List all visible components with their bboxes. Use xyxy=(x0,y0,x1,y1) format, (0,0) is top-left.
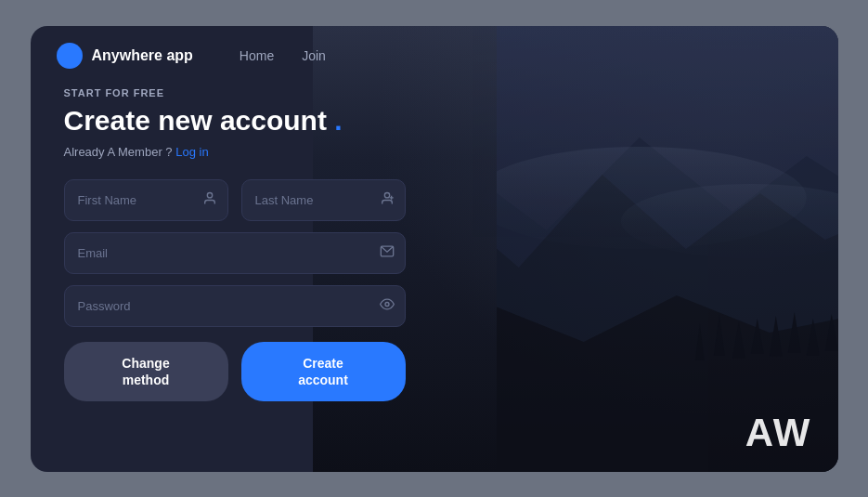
login-link[interactable]: Log in xyxy=(175,145,208,159)
main-content: START FOR FREE Create new account . Alre… xyxy=(31,78,439,420)
last-name-group xyxy=(241,179,406,221)
password-row xyxy=(64,285,406,327)
first-name-input[interactable] xyxy=(64,179,228,221)
registration-form: Change method Create account xyxy=(64,179,406,401)
nav-links: Home Join xyxy=(240,48,326,63)
password-input[interactable] xyxy=(64,285,406,327)
member-text: Already A Member ? Log in xyxy=(64,145,406,159)
nav-join[interactable]: Join xyxy=(302,48,326,63)
email-row xyxy=(64,232,406,274)
logo-icon xyxy=(57,43,83,69)
change-method-button[interactable]: Change method xyxy=(64,342,228,401)
watermark: AW xyxy=(745,411,812,455)
start-label: START FOR FREE xyxy=(64,87,406,98)
email-input[interactable] xyxy=(64,232,406,274)
app-name: Anywhere app xyxy=(92,47,193,64)
name-row xyxy=(64,179,406,221)
last-name-input[interactable] xyxy=(241,179,406,221)
page-title: Create new account . xyxy=(64,104,406,137)
password-group xyxy=(64,285,406,327)
nav-home[interactable]: Home xyxy=(240,48,274,63)
first-name-group xyxy=(64,179,228,221)
button-row: Change method Create account xyxy=(64,342,406,401)
title-dot: . xyxy=(334,105,342,136)
main-card: AW Anywhere app Home Join START FOR FREE… xyxy=(31,26,838,472)
navbar: Anywhere app Home Join xyxy=(31,26,838,78)
page-title-text: Create new account xyxy=(64,105,327,136)
email-group xyxy=(64,232,406,274)
create-account-button[interactable]: Create account xyxy=(241,342,406,401)
